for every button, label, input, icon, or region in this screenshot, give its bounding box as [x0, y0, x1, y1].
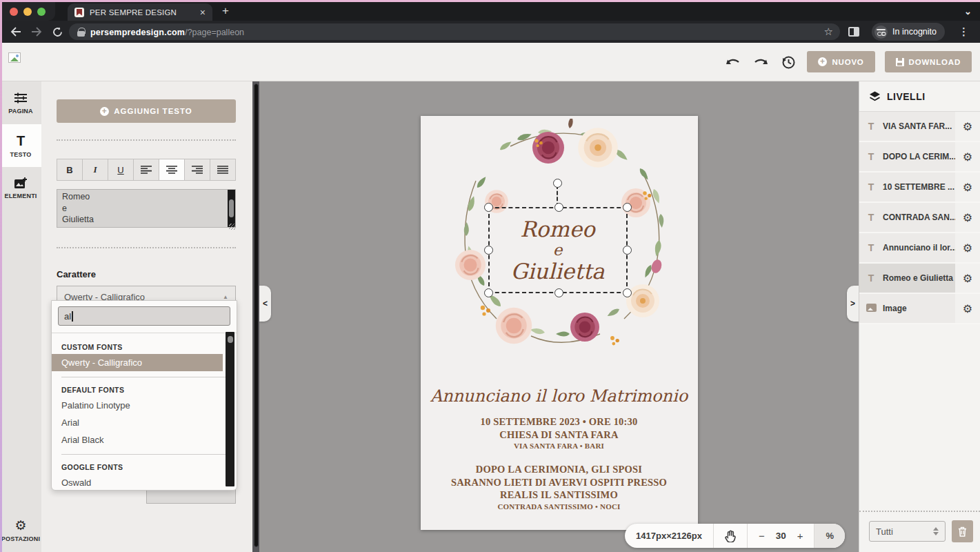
gear-icon: ⚙: [14, 519, 26, 532]
caret-up-icon: ▲: [223, 294, 228, 300]
layer-row-selected[interactable]: T Romeo e Giulietta ⚙: [859, 264, 980, 294]
rail-item-testo[interactable]: T TESTO: [0, 124, 41, 167]
tab-close-icon[interactable]: ×: [200, 8, 206, 17]
tab-search-chevron-icon[interactable]: ⌄: [964, 6, 972, 21]
text-layer-icon: T: [859, 242, 883, 253]
address-bar[interactable]: persempredesign.com/?page=palleon ☆: [69, 23, 840, 40]
redo-button[interactable]: [752, 53, 770, 71]
layer-row[interactable]: T VIA SANTA FAR... ⚙: [859, 112, 980, 142]
layer-settings-gear-icon[interactable]: ⚙: [955, 203, 980, 232]
forward-button[interactable]: [28, 23, 46, 41]
canvas-size-label: 1417px×2126px: [625, 524, 714, 548]
browser-menu-icon[interactable]: ⋮: [954, 26, 973, 38]
layers-footer: Tutti: [859, 511, 980, 552]
download-button[interactable]: DOWNLOAD: [885, 51, 972, 72]
layer-settings-gear-icon[interactable]: ⚙: [955, 142, 980, 171]
layer-row[interactable]: T Annunciano il lor... ⚙: [859, 233, 980, 264]
resize-handle-e[interactable]: [623, 246, 632, 255]
resize-handle-nw[interactable]: [484, 203, 493, 212]
resize-handle-w[interactable]: [484, 246, 493, 255]
zoom-percent-button[interactable]: %: [814, 524, 845, 548]
incognito-badge: In incognito: [872, 23, 945, 41]
font-group-header: GOOGLE FONTS: [52, 460, 237, 474]
font-group-header: CUSTOM FONTS: [52, 340, 237, 354]
textarea-resize-handle[interactable]: [229, 224, 235, 230]
history-button[interactable]: [779, 53, 797, 71]
invitation-card[interactable]: Romeo e Giulietta: [421, 116, 698, 530]
layer-settings-gear-icon[interactable]: ⚙: [955, 264, 980, 293]
undo-button[interactable]: [724, 53, 742, 71]
invitation-text-block[interactable]: Annunciano il loro Matrimonio 10 SETTEMB…: [421, 386, 698, 511]
resize-handle-sw[interactable]: [484, 288, 493, 297]
font-option[interactable]: Oswald: [52, 474, 237, 491]
pan-tool-button[interactable]: [714, 524, 748, 548]
layer-filter-select[interactable]: Tutti: [869, 521, 946, 542]
underline-button[interactable]: U: [108, 159, 134, 180]
layer-row[interactable]: T CONTRADA SAN... ⚙: [859, 203, 980, 233]
invite-line[interactable]: SARANNO LIETI DI AVERVI OSPITI PRESSO: [421, 476, 698, 489]
announcement-line[interactable]: Annunciano il loro Matrimonio: [421, 386, 698, 406]
layer-row[interactable]: Image ⚙: [859, 294, 980, 324]
invite-line[interactable]: VIA SANTA FARA • BARI: [421, 441, 698, 451]
font-option[interactable]: Arial Black: [52, 431, 237, 448]
panel-scrollbar[interactable]: [252, 81, 259, 552]
trash-icon: [958, 526, 967, 537]
layer-row[interactable]: T 10 SETTEMBRE ... ⚙: [859, 172, 980, 203]
collapse-left-panel-button[interactable]: <: [259, 286, 271, 322]
minimize-window-button[interactable]: [23, 8, 32, 16]
align-right-button[interactable]: [185, 159, 210, 180]
browser-tab[interactable]: PER SEMPRE DESIGN ×: [68, 3, 212, 21]
zoom-out-button[interactable]: −: [759, 530, 765, 542]
font-option-selected[interactable]: Qwerty - Calligrafico: [52, 354, 223, 371]
justify-button[interactable]: [210, 159, 235, 180]
rail-item-pagina[interactable]: PAGINA: [0, 81, 41, 124]
side-panel-icon[interactable]: [848, 27, 859, 37]
rotation-handle[interactable]: [553, 179, 562, 188]
new-tab-button[interactable]: +: [222, 4, 229, 21]
invite-line[interactable]: 10 SETTEMBRE 2023 • ORE 10:30: [421, 415, 698, 428]
font-option[interactable]: Arial: [52, 414, 237, 431]
zoom-value[interactable]: 30: [776, 531, 786, 541]
collapse-right-panel-button[interactable]: >: [847, 286, 859, 322]
zoom-in-button[interactable]: +: [797, 530, 803, 542]
invite-line[interactable]: REALIS IL SANTISSIMO: [421, 489, 698, 502]
layer-settings-gear-icon[interactable]: ⚙: [955, 172, 980, 201]
align-left-button[interactable]: [134, 159, 159, 180]
font-search-input[interactable]: al: [58, 306, 230, 326]
font-option[interactable]: Palatino Linotype: [52, 397, 237, 414]
align-center-button[interactable]: [159, 159, 185, 180]
bold-button[interactable]: B: [57, 159, 83, 180]
invite-line[interactable]: CHIESA DI SANTA FARA: [421, 428, 698, 442]
aggiungi-testo-button[interactable]: + AGGIUNGI TESTO: [57, 99, 236, 123]
selection-box[interactable]: [488, 207, 628, 293]
back-button[interactable]: [7, 23, 25, 41]
image-layer-icon: [859, 303, 883, 314]
resize-handle-n[interactable]: [554, 203, 563, 212]
layer-row[interactable]: T DOPO LA CERIM... ⚙: [859, 142, 980, 172]
layer-settings-gear-icon[interactable]: ⚙: [955, 233, 980, 262]
bookmark-star-icon[interactable]: ☆: [824, 26, 833, 38]
resize-handle-ne[interactable]: [623, 203, 632, 212]
italic-button[interactable]: I: [83, 159, 108, 180]
rail-item-elementi[interactable]: ELEMENTI: [0, 167, 41, 210]
invite-line[interactable]: DOPO LA CERIMONIA, GLI SPOSI: [421, 463, 698, 476]
resize-handle-s[interactable]: [554, 288, 563, 297]
nuovo-button[interactable]: + NUOVO: [807, 51, 874, 72]
zoom-window-button[interactable]: [37, 8, 46, 16]
delete-layer-button[interactable]: [952, 520, 973, 542]
image-plus-icon: [14, 177, 28, 189]
design-canvas[interactable]: < >: [259, 81, 859, 552]
screen: PER SEMPRE DESIGN × + ⌄ persempredesign.…: [0, 0, 980, 552]
layer-settings-gear-icon[interactable]: ⚙: [955, 112, 980, 141]
invite-line[interactable]: CONTRADA SANTISSIMO • NOCI: [421, 502, 698, 511]
textarea-scrollbar[interactable]: [228, 190, 235, 227]
save-icon: [896, 58, 904, 66]
layer-settings-gear-icon[interactable]: ⚙: [955, 294, 980, 323]
text-content-textarea[interactable]: [57, 189, 236, 228]
resize-handle-se[interactable]: [623, 288, 632, 297]
close-window-button[interactable]: [10, 8, 18, 16]
plus-icon: +: [100, 107, 109, 116]
rail-item-postazioni[interactable]: ⚙ POSTAZIONI: [0, 509, 41, 552]
dropdown-scrollbar[interactable]: [226, 332, 234, 486]
reload-button[interactable]: [48, 23, 66, 41]
